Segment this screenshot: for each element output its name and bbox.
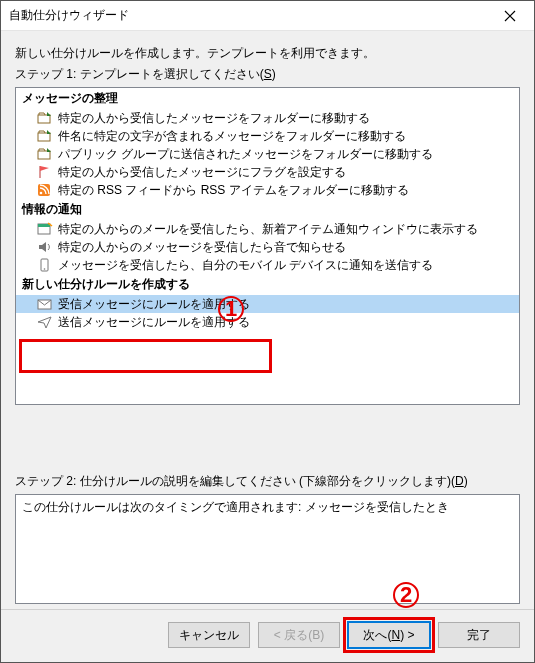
list-item[interactable]: 特定の人から受信したメッセージにフラグを設定する: [16, 163, 519, 181]
list-item-label: 件名に特定の文字が含まれるメッセージをフォルダーに移動する: [58, 128, 406, 145]
titlebar: 自動仕分けウィザード: [1, 1, 534, 31]
mobile-icon: [36, 257, 54, 273]
envelope-icon: [36, 296, 54, 312]
list-item-label: パブリック グループに送信されたメッセージをフォルダーに移動する: [58, 146, 433, 163]
back-button: < 戻る(B): [258, 622, 340, 648]
flag-icon: [36, 164, 54, 180]
template-list[interactable]: メッセージの整理 特定の人から受信したメッセージをフォルダーに移動する 件名に特…: [15, 87, 520, 405]
finish-button[interactable]: 完了: [438, 622, 520, 648]
list-item-label: 特定の人からのメールを受信したら、新着アイテム通知ウィンドウに表示する: [58, 221, 478, 238]
highlight-1: [19, 339, 272, 373]
move-folder-icon: [36, 146, 54, 162]
list-item[interactable]: メッセージを受信したら、自分のモバイル デバイスに通知を送信する: [16, 256, 519, 274]
list-item-label: 特定の人から受信したメッセージにフラグを設定する: [58, 164, 346, 181]
send-icon: [36, 314, 54, 330]
list-item-label: 特定の人からのメッセージを受信したら音で知らせる: [58, 239, 346, 256]
close-icon[interactable]: [490, 2, 530, 30]
sound-icon: [36, 239, 54, 255]
list-item-label: メッセージを受信したら、自分のモバイル デバイスに通知を送信する: [58, 257, 433, 274]
svg-rect-2: [38, 151, 50, 159]
instr-select: ステップ 1: テンプレートを選択してください(S): [15, 66, 520, 83]
callout-2: 2: [393, 582, 419, 608]
instr-create: 新しい仕分けルールを作成します。テンプレートを利用できます。: [15, 45, 520, 62]
svg-rect-1: [38, 133, 50, 141]
step2-label: ステップ 2: 仕分けルールの説明を編集してください (下線部分をクリックします…: [15, 473, 520, 490]
list-item-label: 特定の RSS フィードから RSS アイテムをフォルダーに移動する: [58, 182, 409, 199]
callout-1: 1: [218, 296, 244, 322]
rule-description-text: この仕分けルールは次のタイミングで適用されます: メッセージを受信したとき: [22, 500, 449, 514]
list-item-label: 特定の人から受信したメッセージをフォルダーに移動する: [58, 110, 370, 127]
alert-window-icon: [36, 221, 54, 237]
wizard-window: 自動仕分けウィザード 新しい仕分けルールを作成します。テンプレートを利用できます…: [0, 0, 535, 663]
list-item[interactable]: 件名に特定の文字が含まれるメッセージをフォルダーに移動する: [16, 127, 519, 145]
rule-description[interactable]: この仕分けルールは次のタイミングで適用されます: メッセージを受信したとき: [15, 494, 520, 604]
list-item[interactable]: パブリック グループに送信されたメッセージをフォルダーに移動する: [16, 145, 519, 163]
list-item[interactable]: 特定の人からのメールを受信したら、新着アイテム通知ウィンドウに表示する: [16, 220, 519, 238]
move-folder-icon: [36, 110, 54, 126]
list-item[interactable]: 送信メッセージにルールを適用する: [16, 313, 519, 331]
move-folder-icon: [36, 128, 54, 144]
list-item-selected[interactable]: 受信メッセージにルールを適用する: [16, 295, 519, 313]
window-title: 自動仕分けウィザード: [9, 7, 490, 24]
group-header-organize: メッセージの整理: [16, 88, 519, 109]
list-item[interactable]: 特定の人から受信したメッセージをフォルダーに移動する: [16, 109, 519, 127]
svg-rect-6: [38, 224, 50, 227]
cancel-button[interactable]: キャンセル: [168, 622, 250, 648]
svg-point-4: [40, 192, 43, 195]
button-bar: 2 キャンセル < 戻る(B) 次へ(N) > 完了: [1, 609, 534, 662]
group-header-notify: 情報の通知: [16, 199, 519, 220]
rss-icon: [36, 182, 54, 198]
next-button[interactable]: 次へ(N) >: [348, 622, 430, 648]
content-area: 新しい仕分けルールを作成します。テンプレートを利用できます。 ステップ 1: テ…: [1, 31, 534, 609]
svg-rect-0: [38, 115, 50, 123]
svg-point-8: [44, 268, 46, 270]
list-item[interactable]: 特定の人からのメッセージを受信したら音で知らせる: [16, 238, 519, 256]
list-item[interactable]: 特定の RSS フィードから RSS アイテムをフォルダーに移動する: [16, 181, 519, 199]
group-header-new: 新しい仕分けルールを作成する: [16, 274, 519, 295]
